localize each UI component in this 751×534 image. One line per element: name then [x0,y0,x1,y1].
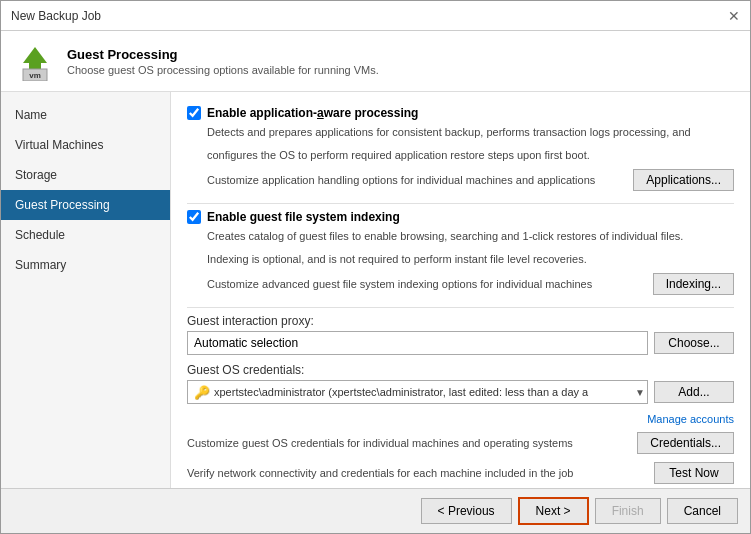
file-indexing-section: Enable guest file system indexing Create… [187,210,734,295]
manage-accounts-link[interactable]: Manage accounts [647,413,734,425]
app-aware-customize-label: Customize application handling options f… [207,174,633,186]
page-header: vm Guest Processing Choose guest OS proc… [1,31,750,92]
sidebar-item-name[interactable]: Name [1,100,170,130]
file-indexing-option-row: Customize advanced guest file system ind… [207,273,734,295]
manage-accounts-row: Manage accounts [187,412,734,426]
add-button[interactable]: Add... [654,381,734,403]
sidebar-item-storage[interactable]: Storage [1,160,170,190]
verify-label: Verify network connectivity and credenti… [187,467,654,479]
app-aware-desc1: Detects and prepares applications for co… [207,124,734,141]
file-indexing-customize-label: Customize advanced guest file system ind… [207,278,653,290]
test-now-button[interactable]: Test Now [654,462,734,484]
close-button[interactable]: ✕ [728,9,740,23]
customize-cred-row: Customize guest OS credentials for indiv… [187,432,734,454]
next-button[interactable]: Next > [518,497,589,525]
choose-button[interactable]: Choose... [654,332,734,354]
proxy-input-row: Choose... [187,331,734,355]
app-aware-checkbox-row: Enable application-aware processing [187,106,734,120]
header-subtitle: Choose guest OS processing options avail… [67,64,379,76]
titlebar: New Backup Job ✕ [1,1,750,31]
header-text: Guest Processing Choose guest OS process… [67,47,379,76]
verify-row: Verify network connectivity and credenti… [187,462,734,484]
content-area: Name Virtual Machines Storage Guest Proc… [1,92,750,488]
proxy-label: Guest interaction proxy: [187,314,734,328]
credentials-value: xpertstec\administrator (xpertstec\admin… [214,386,635,398]
header-icon: vm [15,41,55,81]
app-aware-option-row: Customize application handling options f… [207,169,734,191]
app-aware-desc2: configures the OS to perform required ap… [207,147,734,164]
chevron-down-icon: ▼ [635,387,645,398]
file-indexing-desc2: Indexing is optional, and is not require… [207,251,734,268]
footer: < Previous Next > Finish Cancel [1,488,750,533]
file-indexing-checkbox-row: Enable guest file system indexing [187,210,734,224]
separator-2 [187,307,734,308]
header-title: Guest Processing [67,47,379,62]
main-window: New Backup Job ✕ vm Guest Processing Cho… [0,0,751,534]
file-indexing-desc1: Creates catalog of guest files to enable… [207,228,734,245]
credentials-input-row: 🔑 xpertstec\administrator (xpertstec\adm… [187,380,734,404]
app-aware-label: Enable application-aware processing [207,106,418,120]
credentials-button[interactable]: Credentials... [637,432,734,454]
sidebar: Name Virtual Machines Storage Guest Proc… [1,92,171,488]
app-aware-checkbox[interactable] [187,106,201,120]
window-title: New Backup Job [11,9,101,23]
proxy-field-row: Guest interaction proxy: Choose... [187,314,734,355]
sidebar-item-guest-processing[interactable]: Guest Processing [1,190,170,220]
customize-cred-label: Customize guest OS credentials for indiv… [187,437,637,449]
applications-button[interactable]: Applications... [633,169,734,191]
svg-text:vm: vm [29,71,41,80]
cred-key-icon: 🔑 [194,385,210,400]
sidebar-item-virtual-machines[interactable]: Virtual Machines [1,130,170,160]
proxy-input[interactable] [187,331,648,355]
main-content: Enable application-aware processing Dete… [171,92,750,488]
finish-button[interactable]: Finish [595,498,661,524]
sidebar-item-schedule[interactable]: Schedule [1,220,170,250]
credentials-field-row: Guest OS credentials: 🔑 xpertstec\admini… [187,363,734,404]
file-indexing-checkbox[interactable] [187,210,201,224]
credentials-select[interactable]: 🔑 xpertstec\administrator (xpertstec\adm… [187,380,648,404]
sidebar-item-summary[interactable]: Summary [1,250,170,280]
app-aware-section: Enable application-aware processing Dete… [187,106,734,191]
separator-1 [187,203,734,204]
indexing-button[interactable]: Indexing... [653,273,734,295]
previous-button[interactable]: < Previous [421,498,512,524]
cancel-button[interactable]: Cancel [667,498,738,524]
file-indexing-label: Enable guest file system indexing [207,210,400,224]
credentials-label: Guest OS credentials: [187,363,734,377]
